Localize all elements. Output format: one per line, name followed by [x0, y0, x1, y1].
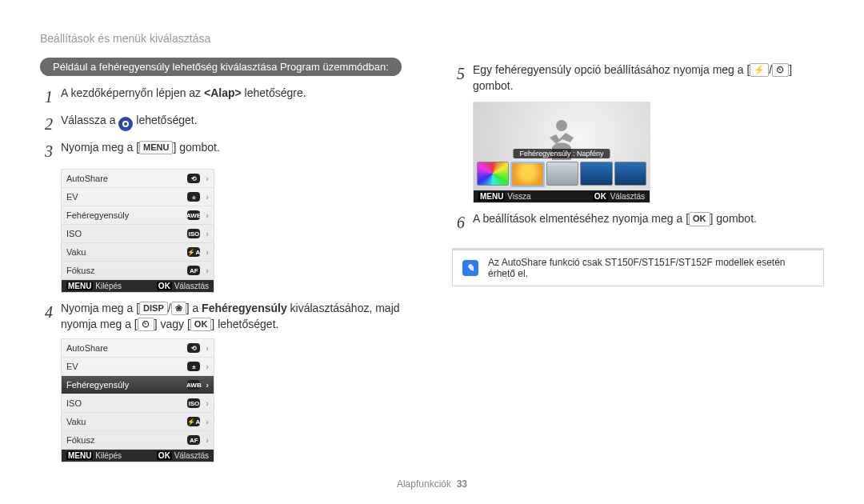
- flash-icon: ⚡A: [187, 247, 200, 257]
- menu-row-flash[interactable]: Vaku ⚡A: [62, 243, 214, 262]
- ev-icon: ±: [187, 192, 200, 202]
- left-column: Például a fehéregyensúly lehetőség kivál…: [40, 58, 412, 470]
- menu-key: MENU: [139, 141, 173, 154]
- flash-key-icon: ⚡: [750, 63, 769, 77]
- chevron-right-icon: [203, 247, 209, 257]
- menu-row-flash[interactable]: Vaku ⚡A: [62, 413, 214, 431]
- wb-swatch-auto[interactable]: [477, 162, 509, 186]
- wb-swatch-cloudy[interactable]: [546, 162, 578, 186]
- menu-item-label: Vaku: [66, 417, 86, 426]
- wb-preview-panel: Fehéregyensúly : Napfény MENU Vissza OK …: [473, 102, 650, 203]
- chevron-right-icon: [203, 435, 209, 445]
- autoshare-icon: ⟲: [187, 343, 200, 353]
- menu-key-icon: MENU: [66, 451, 93, 460]
- breadcrumb: Beállítások és menük kiválasztása: [40, 32, 824, 45]
- step-4: 4 Nyomja meg a [DISP/❀] a Fehéregyensúly…: [40, 301, 412, 332]
- chevron-right-icon: [203, 398, 209, 408]
- chevron-right-icon: [203, 174, 209, 183]
- chevron-right-icon: [203, 362, 209, 371]
- chevron-right-icon: [203, 192, 209, 202]
- menu-row-autoshare[interactable]: AutoShare ⟲: [62, 339, 214, 358]
- menu-item-label: ISO: [66, 229, 82, 238]
- step-number: 1: [40, 86, 53, 108]
- example-header: Például a fehéregyensúly lehetőség kivál…: [40, 58, 402, 76]
- step-3: 3 Nyomja meg a [MENU] gombot.: [40, 140, 412, 162]
- timer-key-icon: ⏲: [138, 318, 154, 331]
- menu-footer: MENU Kilépés OK Választás: [62, 280, 214, 292]
- info-icon: ✎: [462, 260, 478, 276]
- ok-key: OK: [190, 318, 212, 331]
- menu-item-label: EV: [66, 192, 78, 202]
- macro-key-icon: ❀: [171, 302, 186, 315]
- menu-item-label: Fókusz: [66, 266, 94, 275]
- chevron-right-icon: [203, 380, 209, 390]
- step-number: 5: [452, 62, 465, 94]
- note-text: Az AutoShare funkció csak ST150F/ST151F/…: [488, 257, 814, 279]
- step-2: 2 Válassza a lehetőséget.: [40, 113, 412, 135]
- autoshare-icon: ⟲: [187, 174, 200, 183]
- chevron-right-icon: [203, 210, 209, 220]
- wb-selection-label: Fehéregyensúly : Napfény: [513, 149, 610, 158]
- menu-row-iso[interactable]: ISO ISO: [62, 225, 214, 243]
- menu-key-icon: MENU: [478, 192, 505, 201]
- menu-panel-1: AutoShare ⟲ EV ± Fehéregyensúly AWB ISO …: [61, 169, 214, 293]
- ok-key-icon: OK: [157, 451, 172, 460]
- menu-item-label: Fehéregyensúly: [66, 210, 129, 220]
- program-mode-icon: [118, 117, 133, 131]
- menu-item-label: Vaku: [66, 247, 86, 257]
- wb-swatch-fluorescent-h[interactable]: [580, 162, 612, 186]
- menu-row-wb[interactable]: Fehéregyensúly AWB: [62, 206, 214, 225]
- flash-icon: ⚡A: [187, 417, 200, 426]
- note-box: ✎ Az AutoShare funkció csak ST150F/ST151…: [452, 248, 824, 286]
- ok-key: OK: [689, 212, 710, 226]
- iso-icon: ISO: [187, 398, 200, 408]
- menu-row-focus[interactable]: Fókusz AF: [62, 431, 214, 450]
- menu-row-focus[interactable]: Fókusz AF: [62, 262, 214, 280]
- chevron-right-icon: [203, 266, 209, 275]
- disp-key: DISP: [139, 302, 168, 315]
- page-footer: Alapfunkciók 33: [0, 478, 864, 490]
- menu-row-iso[interactable]: ISO ISO: [62, 394, 214, 413]
- menu-row-wb-selected[interactable]: Fehéregyensúly AWB: [62, 376, 214, 394]
- focus-icon: AF: [187, 266, 200, 275]
- menu-item-label: ISO: [66, 398, 82, 408]
- menu-panel-2: AutoShare ⟲ EV ± Fehéregyensúly AWB ISO …: [61, 338, 214, 462]
- preview-footer: MENU Vissza OK Választás: [474, 190, 650, 202]
- step-number: 4: [40, 301, 53, 332]
- wb-icon: AWB: [187, 380, 200, 390]
- menu-item-label: EV: [66, 362, 78, 371]
- menu-row-ev[interactable]: EV ±: [62, 358, 214, 376]
- chevron-right-icon: [203, 417, 209, 426]
- step-number: 6: [452, 211, 465, 234]
- menu-item-label: Fókusz: [66, 435, 94, 445]
- menu-row-autoshare[interactable]: AutoShare ⟲: [62, 170, 214, 188]
- step-1: 1 A kezdőképernyőn lépjen az <Alap> lehe…: [40, 86, 412, 108]
- wb-preview-image: Fehéregyensúly : Napfény: [474, 102, 650, 190]
- wb-icon: AWB: [187, 210, 200, 220]
- iso-icon: ISO: [187, 229, 200, 238]
- ok-key-icon: OK: [593, 192, 608, 201]
- menu-item-label: AutoShare: [66, 343, 108, 353]
- step-number: 2: [40, 113, 53, 135]
- menu-key-icon: MENU: [66, 282, 93, 290]
- timer-key-icon: ⏲: [772, 63, 789, 77]
- step-6: 6 A beállítások elmentéséhez nyomja meg …: [452, 211, 824, 234]
- wb-swatch-row: [477, 162, 646, 187]
- wb-swatch-daylight[interactable]: [510, 162, 544, 187]
- ok-key-icon: OK: [157, 282, 172, 290]
- menu-item-label: AutoShare: [66, 174, 108, 183]
- wb-swatch-fluorescent-l[interactable]: [614, 162, 646, 186]
- menu-footer: MENU Kilépés OK Választás: [62, 450, 214, 462]
- step-number: 3: [40, 140, 53, 162]
- right-column: 5 Egy fehéregyensúly opció beállításához…: [452, 58, 824, 470]
- step-5: 5 Egy fehéregyensúly opció beállításához…: [452, 62, 824, 94]
- ev-icon: ±: [187, 362, 200, 371]
- chevron-right-icon: [203, 229, 209, 238]
- menu-item-label: Fehéregyensúly: [66, 380, 129, 390]
- menu-row-ev[interactable]: EV ±: [62, 188, 214, 206]
- chevron-right-icon: [203, 343, 209, 353]
- focus-icon: AF: [187, 435, 200, 445]
